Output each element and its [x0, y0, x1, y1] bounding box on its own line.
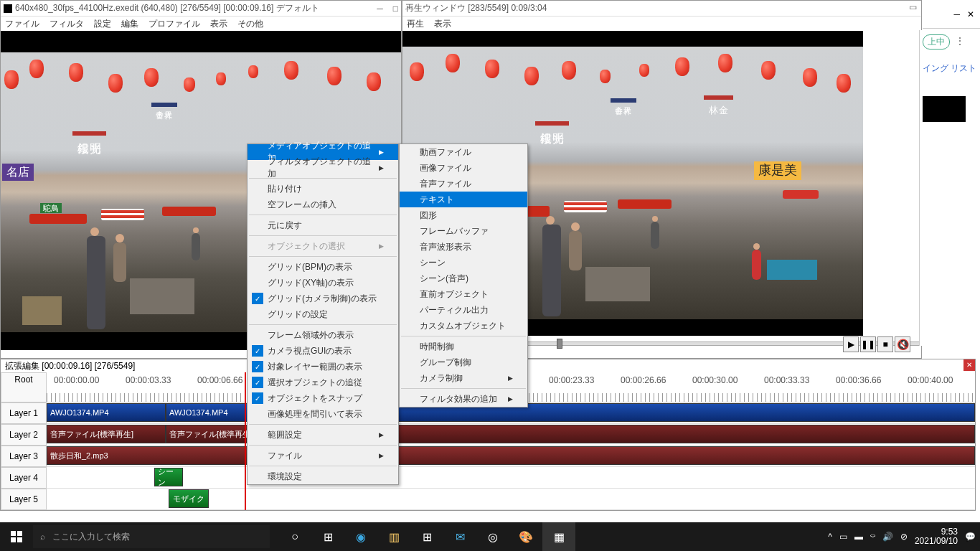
clip-scene[interactable]: シーン — [154, 468, 183, 486]
menu-item[interactable]: 元に戻す — [248, 217, 398, 233]
menu-item[interactable]: シーン — [400, 255, 527, 270]
menu-item[interactable]: パーティクル出力 — [400, 302, 527, 318]
maximize-icon[interactable]: □ — [393, 4, 398, 14]
ext-close-icon[interactable]: ✕ — [967, 9, 974, 19]
menu-item[interactable]: グループ制御 — [400, 354, 527, 370]
scrub-handle[interactable] — [557, 339, 562, 349]
main-menubar: ファイル フィルタ 設定 編集 プロファイル 表示 その他 — [1, 17, 401, 31]
menu-item[interactable]: カメラ制御▶ — [400, 370, 527, 386]
aviutl-icon[interactable]: ▦ — [542, 522, 575, 551]
menu-item[interactable]: 音声ファイル — [400, 176, 527, 192]
start-button[interactable] — [0, 522, 33, 551]
layer-2[interactable]: Layer 2 — [1, 424, 47, 446]
menu-item[interactable]: 時間制御 — [400, 339, 527, 354]
menu-item[interactable]: 直前オブジェクト — [400, 286, 527, 302]
menu-view[interactable]: 表示 — [210, 18, 227, 30]
notifications-icon[interactable]: 💬 — [965, 532, 976, 542]
menu-other[interactable]: その他 — [237, 18, 263, 30]
menu-item[interactable]: 音声波形表示 — [400, 239, 527, 255]
menu-item[interactable]: 画像処理を間引いて表示 — [248, 406, 398, 422]
mute-button[interactable]: 🔇 — [895, 336, 910, 352]
pin-icon[interactable]: ▭ — [909, 2, 917, 12]
menu-item[interactable]: グリッド(XY軸)の表示 — [248, 275, 398, 291]
store-icon[interactable]: ⊞ — [410, 522, 443, 551]
mail-icon[interactable]: ✉ — [443, 522, 476, 551]
tray-battery-icon[interactable]: ▬ — [854, 532, 863, 542]
play-titlebar[interactable]: 再生ウィンドウ [283/5549] 0:09/3:04 ▭ — [402, 1, 921, 17]
track-3[interactable]: 散歩日和_2.mp3 — [47, 446, 975, 467]
play-scrubbar[interactable] — [523, 342, 980, 346]
menu-item[interactable]: 画像ファイル — [400, 160, 527, 176]
menu-profile[interactable]: プロファイル — [149, 18, 200, 30]
menu-item[interactable]: ファイル▶ — [248, 448, 398, 463]
svg-rect-3 — [17, 537, 22, 542]
taskbar-clock[interactable]: 9:53 2021/09/10 — [915, 527, 958, 546]
status-badge[interactable]: 上中 — [923, 34, 950, 50]
playhead[interactable] — [245, 372, 246, 510]
track-5[interactable]: モザイク — [47, 489, 975, 510]
menu-item[interactable]: フレーム領域外の表示 — [248, 327, 398, 343]
chrome-icon[interactable]: ◎ — [476, 522, 509, 551]
layer-3[interactable]: Layer 3 — [1, 446, 47, 467]
menu-settings[interactable]: 設定 — [94, 18, 111, 30]
menu-item[interactable]: フレームバッファ — [400, 223, 527, 239]
extra-titlebar: ─ ✕ — [923, 0, 980, 29]
menu-item[interactable]: フィルタオブジェクトの追加▶ — [248, 160, 398, 176]
menu-item[interactable]: グリッドの設定 — [248, 306, 398, 322]
play-button[interactable]: ▶ — [843, 336, 859, 352]
menu-item[interactable]: 貼り付け — [248, 181, 398, 197]
layer-1[interactable]: Layer 1 — [1, 402, 47, 424]
menu-item[interactable]: カスタムオブジェクト — [400, 318, 527, 334]
tray-up-icon[interactable]: ^ — [828, 532, 832, 542]
menu-edit[interactable]: 編集 — [121, 18, 138, 30]
main-titlebar[interactable]: 640x480_30fps_44100Hz.exedit (640,480) [… — [1, 1, 401, 17]
menu-item[interactable]: ✓グリッド(カメラ制御)の表示 — [248, 291, 398, 306]
menu-item[interactable]: ✓対象レイヤー範囲の表示 — [248, 359, 398, 375]
edge-icon[interactable]: ◉ — [344, 522, 377, 551]
menu-item[interactable]: 空フレームの挿入 — [248, 197, 398, 212]
play-title: 再生ウィンドウ [283/5549] 0:09/3:04 — [405, 2, 547, 14]
menu-play[interactable]: 再生 — [407, 18, 424, 30]
tray-wifi-icon[interactable]: ⌔ — [870, 532, 875, 542]
menu-item[interactable]: シーン(音声) — [400, 270, 527, 286]
menu-item[interactable]: グリッド(BPM)の表示 — [248, 259, 398, 275]
tray-block-icon[interactable]: ⊘ — [900, 532, 908, 542]
more-icon[interactable]: ⋮ — [955, 35, 965, 47]
menu-item[interactable]: 範囲設定▶ — [248, 427, 398, 443]
ext-min-icon[interactable]: ─ — [953, 9, 960, 19]
layer-5[interactable]: Layer 5 — [1, 489, 47, 510]
clip-mosaic[interactable]: モザイク — [169, 489, 209, 508]
clip-bgm[interactable]: 散歩日和_2.mp3 — [47, 446, 975, 465]
minimize-icon[interactable]: ─ — [377, 4, 383, 14]
stop-button[interactable]: ■ — [877, 336, 893, 352]
tray-volume-icon[interactable]: 🔊 — [882, 532, 893, 542]
clip-video-1[interactable]: AWJO1374.MP4 — [47, 403, 166, 422]
menu-filter[interactable]: フィルタ — [50, 18, 84, 30]
track-2[interactable]: 音声ファイル[標準再生] 音声ファイル[標準再生] — [47, 424, 975, 446]
paint-icon[interactable]: 🎨 — [509, 522, 542, 551]
menu-item[interactable]: 動画ファイル — [400, 144, 527, 160]
menu-file[interactable]: ファイル — [5, 18, 39, 30]
menu-item[interactable]: フィルタ効果の追加▶ — [400, 391, 527, 407]
clip-audio-1[interactable]: 音声ファイル[標準再生] — [47, 425, 166, 443]
taskview-icon[interactable]: ⊞ — [311, 522, 344, 551]
tray-keyboard-icon[interactable]: ▭ — [839, 532, 847, 542]
menu-item[interactable]: ✓カメラ視点GUIの表示 — [248, 343, 398, 359]
taskbar-search[interactable]: ⌕ ここに入力して検索 — [33, 525, 270, 548]
track-4[interactable]: シーン — [47, 467, 975, 489]
timeline-close-icon[interactable]: ✕ — [963, 359, 975, 371]
pause-button[interactable]: ❚❚ — [860, 336, 876, 352]
layer-4[interactable]: Layer 4 — [1, 467, 47, 489]
menu-item[interactable]: ✓選択オブジェクトの追従 — [248, 375, 398, 390]
side-list-label[interactable]: イング リスト — [923, 62, 977, 75]
menu-item[interactable]: オブジェクトの選択▶ — [248, 238, 398, 254]
menu-item[interactable]: 環境設定 — [248, 468, 398, 484]
main-title: 640x480_30fps_44100Hz.exedit (640,480) [… — [15, 2, 319, 14]
menu-item[interactable]: ✓オブジェクトをスナップ — [248, 390, 398, 406]
timeline-root-button[interactable]: Root — [1, 372, 47, 402]
menu-item[interactable]: 図形 — [400, 207, 527, 223]
menu-playview[interactable]: 表示 — [434, 18, 451, 30]
explorer-icon[interactable]: ▥ — [377, 522, 410, 551]
menu-item[interactable]: テキスト — [400, 192, 527, 207]
cortana-icon[interactable]: ○ — [278, 522, 311, 551]
